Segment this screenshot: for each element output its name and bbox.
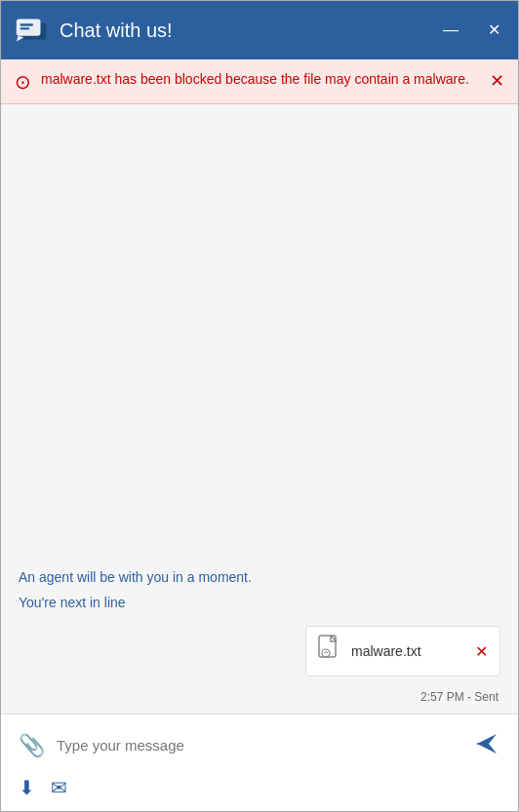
svg-rect-3: [20, 27, 30, 29]
title-bar: Chat with us! — ✕: [1, 1, 518, 59]
system-message-1: An agent will be with you in a moment.: [19, 569, 500, 585]
alert-text: malware.txt has been blocked because the…: [41, 69, 480, 90]
file-name: malware.txt: [351, 643, 465, 659]
bottom-icons: ⬇ ✉: [15, 776, 504, 799]
attach-button[interactable]: 📎: [15, 729, 49, 762]
chat-window: Chat with us! — ✕ ⊙ malware.txt has been…: [0, 0, 519, 812]
email-button[interactable]: ✉: [51, 776, 67, 799]
download-icon: ⬇: [19, 777, 35, 798]
close-button[interactable]: ✕: [482, 19, 506, 42]
message-timestamp: 2:57 PM - Sent: [19, 690, 500, 704]
send-icon: [473, 730, 500, 757]
input-row: 📎: [15, 726, 504, 764]
download-button[interactable]: ⬇: [19, 776, 35, 799]
email-icon: ✉: [51, 777, 67, 798]
chat-messages: An agent will be with you in a moment. Y…: [19, 569, 500, 704]
chat-bubble-icon: [13, 12, 50, 49]
svg-rect-2: [20, 23, 33, 25]
window-controls: — ✕: [437, 19, 506, 42]
minimize-button[interactable]: —: [437, 19, 464, 42]
alert-icon: ⊙: [15, 70, 31, 94]
window-title: Chat with us!: [60, 19, 437, 42]
send-button[interactable]: [469, 726, 504, 764]
file-icon: [318, 635, 341, 668]
message-input[interactable]: [57, 737, 461, 754]
input-area: 📎 ⬇ ✉: [1, 714, 518, 811]
file-attachment-wrapper: malware.txt ✕: [19, 626, 500, 677]
file-remove-button[interactable]: ✕: [475, 642, 488, 661]
alert-close-button[interactable]: ✕: [490, 70, 504, 92]
system-message-2: You're next in line: [19, 595, 500, 610]
file-bubble: malware.txt ✕: [305, 626, 500, 677]
alert-banner: ⊙ malware.txt has been blocked because t…: [1, 59, 518, 104]
paperclip-icon: 📎: [19, 733, 45, 757]
chat-body: An agent will be with you in a moment. Y…: [1, 104, 518, 714]
